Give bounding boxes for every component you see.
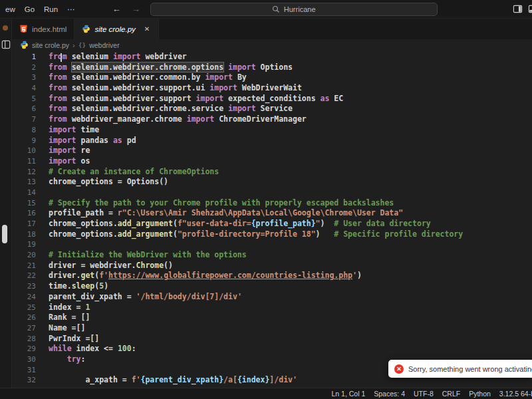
tab-label: site crole.py [94,25,135,33]
code-line[interactable]: 22driver.get(f'https://www.globalfirepow… [12,271,532,281]
code-line[interactable]: 1from selenium import webdriver [12,52,532,63]
breadcrumb-symbol[interactable]: webdriver [89,41,120,49]
error-notification[interactable]: ✕ Sorry, something went wrong activating… [388,360,532,378]
status-eol[interactable]: CRLF [442,390,460,398]
status-encoding[interactable]: UTF-8 [414,390,434,398]
code-text: try: [36,354,85,365]
code-line[interactable]: 27Name =[] [12,323,532,334]
activity-indicator[interactable] [2,225,7,243]
line-number: 19 [12,239,36,250]
menu-go[interactable]: Go [21,4,38,15]
code-text: chrome_options.add_argument("profile-dir… [36,229,463,240]
code-line[interactable]: 15# Specify the path to your Chrome prof… [12,198,532,209]
line-number: 14 [12,188,36,198]
code-line[interactable]: 10import re [12,146,532,156]
code-text: chrome_options = Options() [36,177,168,188]
search-icon [272,5,280,13]
code-line[interactable]: 13chrome_options = Options() [12,177,532,188]
breadcrumb: site crole.py › {} webdriver [12,39,532,51]
menu-bar: ew Go Run ⋯ [0,3,78,15]
code-line[interactable]: 14 [12,188,532,198]
line-number: 17 [12,219,36,229]
code-text: Rank = [] [36,313,90,323]
line-number: 24 [12,292,36,303]
code-line[interactable]: 11import os [12,156,532,167]
code-text: import time [36,125,99,136]
layout-panel-icon[interactable] [528,4,532,14]
code-text [36,365,49,376]
code-text: Name =[] [36,323,85,334]
line-number: 6 [12,104,36,114]
line-number: 1 [12,52,36,63]
menu-view[interactable]: ew [2,4,19,15]
menu-run[interactable]: Run [41,4,61,15]
code-text: parent_div_xpath = '/html/body/div[7]/di… [36,292,242,303]
code-text: while index <= 100: [36,344,136,354]
code-line[interactable]: 5from selenium.webdriver.support import … [12,94,532,104]
code-line[interactable]: 16profile_path = r"C:\Users\Amir Shehzad… [12,208,532,219]
code-text: from selenium.webdriver.common.by import… [36,72,247,83]
text-cursor [61,53,62,62]
code-line[interactable]: 4from selenium.webdriver.support.ui impo… [12,83,532,94]
line-number: 7 [12,114,36,125]
code-text: a_xpath = f'{parent_div_xpath}/a[{index}… [36,375,297,386]
code-line[interactable]: 24parent_div_xpath = '/html/body/div[7]/… [12,292,532,303]
code-line[interactable]: 25index = 1 [12,303,532,313]
code-text: chrome_options.add_argument(f"user-data-… [36,219,431,229]
layout-sidebar-icon[interactable] [513,4,523,14]
code-text: from webdriver_manager.chrome import Chr… [36,114,307,125]
breadcrumb-file[interactable]: site crole.py [32,41,69,49]
line-number: 2 [12,63,36,73]
line-number: 5 [12,94,36,104]
code-text: import re [36,146,90,156]
symbol-namespace-icon: {} [78,41,86,49]
code-line[interactable]: 28PwrIndx =[] [12,334,532,344]
cropped-tab-icon [3,25,8,31]
editor-layout-icon[interactable] [1,40,11,49]
close-tab-icon[interactable]: ✕ [143,25,151,33]
back-icon[interactable]: ← [110,4,123,14]
code-line[interactable]: 19 [12,239,532,250]
status-language[interactable]: Python [469,390,491,398]
code-line[interactable]: 18chrome_options.add_argument("profile-d… [12,229,532,240]
code-line[interactable]: 23time.sleep(5) [12,281,532,292]
line-number: 30 [12,354,36,365]
code-line[interactable]: 26Rank = [] [12,313,532,323]
tab-bar: index.html site crole.py ✕ [12,19,532,39]
code-text: PwrIndx =[] [36,334,99,344]
status-interpreter[interactable]: 3.12.5 64-b [499,390,532,398]
line-number: 25 [12,303,36,313]
command-center-search[interactable]: Hurricane [150,3,438,16]
code-line[interactable]: 17chrome_options.add_argument(f"user-dat… [12,219,532,229]
code-text: from selenium.webdriver.chrome.options i… [36,63,293,73]
code-line[interactable]: 6from selenium.webdriver.chrome.service … [12,104,532,114]
code-line[interactable]: 3from selenium.webdriver.common.by impor… [12,72,532,83]
forward-icon[interactable]: → [130,4,142,14]
code-text: from selenium.webdriver.support.ui impor… [36,83,302,94]
line-number: 4 [12,83,36,94]
code-editor[interactable]: 1from selenium import webdriver2from sel… [12,51,532,388]
code-line[interactable]: 8import time [12,125,532,136]
status-cursor-position[interactable]: Ln 1, Col 1 [331,390,365,398]
code-line[interactable]: 29while index <= 100: [12,344,532,354]
vscode-window: ew Go Run ⋯ ← → Hurricane [0,0,532,399]
code-line[interactable]: 7from webdriver_manager.chrome import Ch… [12,114,532,125]
code-text: # Specify the path to your Chrome profil… [36,198,394,209]
error-icon: ✕ [394,364,404,374]
code-line[interactable]: 9import pandas as pd [12,136,532,146]
line-number: 9 [12,136,36,146]
status-indentation[interactable]: Spaces: 4 [374,390,405,398]
code-line[interactable]: 2from selenium.webdriver.chrome.options … [12,63,532,73]
line-number: 11 [12,156,36,167]
code-line[interactable]: 20# Initialize the WebDriver with the op… [12,250,532,261]
menu-more[interactable]: ⋯ [64,3,78,15]
line-number: 32 [12,375,36,386]
tab-index-html[interactable]: index.html [12,19,74,39]
line-number: 31 [12,365,36,376]
tab-site-crole-py[interactable]: site crole.py ✕ [74,19,159,39]
code-line[interactable]: 12# Create an instance of ChromeOptions [12,167,532,178]
code-text: driver.get(f'https://www.globalfirepower… [36,271,362,281]
title-bar: ew Go Run ⋯ ← → Hurricane [0,0,532,19]
code-text: from selenium.webdriver.support import e… [36,94,343,104]
code-line[interactable]: 21driver = webdriver.Chrome() [12,261,532,271]
